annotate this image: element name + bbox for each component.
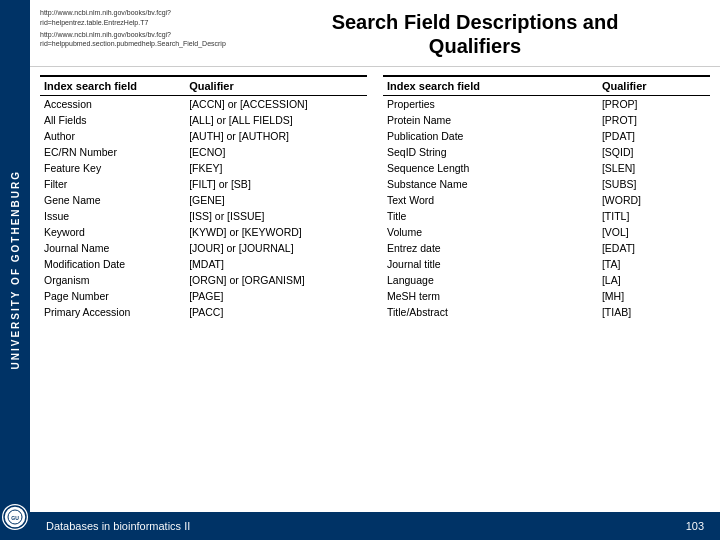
link-1[interactable]: http://www.ncbi.nlm.nih.gov/books/bv.fcg…	[40, 8, 240, 28]
table-row: Journal Name[JOUR] or [JOURNAL]	[40, 240, 367, 256]
qualifier-cell: [ALL] or [ALL FIELDS]	[185, 112, 367, 128]
table-row: Journal title[TA]	[383, 256, 710, 272]
link-2[interactable]: http://www.ncbi.nlm.nih.gov/books/bv.fcg…	[40, 30, 240, 50]
table-row: MeSH term[MH]	[383, 288, 710, 304]
qualifier-cell: [SQID]	[598, 144, 710, 160]
field-cell: EC/RN Number	[40, 144, 185, 160]
table-row: Title/Abstract[TIAB]	[383, 304, 710, 322]
table-row: Substance Name[SUBS]	[383, 176, 710, 192]
qualifier-cell: [JOUR] or [JOURNAL]	[185, 240, 367, 256]
table-row: Publication Date[PDAT]	[383, 128, 710, 144]
field-cell: Organism	[40, 272, 185, 288]
field-cell: Title	[383, 208, 598, 224]
page-title: Search Field Descriptions and Qualifiers	[240, 6, 710, 62]
field-cell: Journal Name	[40, 240, 185, 256]
header-links: http://www.ncbi.nlm.nih.gov/books/bv.fcg…	[40, 6, 240, 62]
qualifier-cell: [PACC]	[185, 304, 367, 322]
field-cell: Accession	[40, 96, 185, 113]
field-cell: Gene Name	[40, 192, 185, 208]
qualifier-cell: [GENE]	[185, 192, 367, 208]
field-cell: Author	[40, 128, 185, 144]
table-row: Language[LA]	[383, 272, 710, 288]
field-cell: Publication Date	[383, 128, 598, 144]
left-col2-header: Qualifier	[185, 76, 367, 96]
tables-container: Index search field Qualifier Accession[A…	[30, 75, 720, 322]
table-row: Filter[FILT] or [SB]	[40, 176, 367, 192]
table-row: Author[AUTH] or [AUTHOR]	[40, 128, 367, 144]
footer-page-number: 103	[686, 520, 704, 532]
table-row: Accession[ACCN] or [ACCESSION]	[40, 96, 367, 113]
title-line-2: Qualifiers	[240, 34, 710, 58]
qualifier-cell: [KYWD] or [KEYWORD]	[185, 224, 367, 240]
table-row: EC/RN Number[ECNO]	[40, 144, 367, 160]
qualifier-cell: [FKEY]	[185, 160, 367, 176]
qualifier-cell: [SLEN]	[598, 160, 710, 176]
field-cell: Page Number	[40, 288, 185, 304]
field-cell: SeqID String	[383, 144, 598, 160]
table-row: Modification Date[MDAT]	[40, 256, 367, 272]
table-row: Title[TITL]	[383, 208, 710, 224]
field-cell: MeSH term	[383, 288, 598, 304]
field-cell: Primary Accession	[40, 304, 185, 322]
field-cell: Protein Name	[383, 112, 598, 128]
qualifier-cell: [TIAB]	[598, 304, 710, 322]
field-cell: Modification Date	[40, 256, 185, 272]
table-row: SeqID String[SQID]	[383, 144, 710, 160]
right-col2-header: Qualifier	[598, 76, 710, 96]
table-row: Volume[VOL]	[383, 224, 710, 240]
table-row: Issue[ISS] or [ISSUE]	[40, 208, 367, 224]
qualifier-cell: [SUBS]	[598, 176, 710, 192]
qualifier-cell: [AUTH] or [AUTHOR]	[185, 128, 367, 144]
field-cell: Journal title	[383, 256, 598, 272]
svg-text:GU: GU	[11, 515, 19, 521]
main-content: http://www.ncbi.nlm.nih.gov/books/bv.fcg…	[30, 0, 720, 540]
right-table-section: Index search field Qualifier Properties[…	[383, 75, 710, 322]
footer: Databases in bioinformatics II 103	[30, 512, 720, 540]
table-row: Sequence Length[SLEN]	[383, 160, 710, 176]
qualifier-cell: [ISS] or [ISSUE]	[185, 208, 367, 224]
table-row: Properties[PROP]	[383, 96, 710, 113]
field-cell: Text Word	[383, 192, 598, 208]
field-cell: Substance Name	[383, 176, 598, 192]
left-col1-header: Index search field	[40, 76, 185, 96]
qualifier-cell: [EDAT]	[598, 240, 710, 256]
field-cell: Sequence Length	[383, 160, 598, 176]
field-cell: Issue	[40, 208, 185, 224]
qualifier-cell: [MDAT]	[185, 256, 367, 272]
qualifier-cell: [MH]	[598, 288, 710, 304]
header: http://www.ncbi.nlm.nih.gov/books/bv.fcg…	[30, 0, 720, 67]
left-table-section: Index search field Qualifier Accession[A…	[40, 75, 367, 322]
sidebar: UNIVERSITY OF GOTHENBURG GU	[0, 0, 30, 540]
qualifier-cell: [VOL]	[598, 224, 710, 240]
field-cell: All Fields	[40, 112, 185, 128]
table-row: Page Number[PAGE]	[40, 288, 367, 304]
qualifier-cell: [ACCN] or [ACCESSION]	[185, 96, 367, 113]
title-line-1: Search Field Descriptions and	[240, 10, 710, 34]
field-cell: Entrez date	[383, 240, 598, 256]
university-name: UNIVERSITY OF GOTHENBURG	[10, 170, 21, 370]
table-row: Keyword[KYWD] or [KEYWORD]	[40, 224, 367, 240]
qualifier-cell: [PROP]	[598, 96, 710, 113]
university-logo: GU	[2, 504, 28, 530]
table-row: Text Word[WORD]	[383, 192, 710, 208]
field-cell: Properties	[383, 96, 598, 113]
qualifier-cell: [PROT]	[598, 112, 710, 128]
qualifier-cell: [PDAT]	[598, 128, 710, 144]
table-row: Organism[ORGN] or [ORGANISM]	[40, 272, 367, 288]
qualifier-cell: [TITL]	[598, 208, 710, 224]
table-row: All Fields[ALL] or [ALL FIELDS]	[40, 112, 367, 128]
qualifier-cell: [TA]	[598, 256, 710, 272]
table-row: Entrez date[EDAT]	[383, 240, 710, 256]
table-row: Feature Key[FKEY]	[40, 160, 367, 176]
table-row: Primary Accession[PACC]	[40, 304, 367, 322]
field-cell: Keyword	[40, 224, 185, 240]
field-cell: Volume	[383, 224, 598, 240]
qualifier-cell: [ECNO]	[185, 144, 367, 160]
field-cell: Filter	[40, 176, 185, 192]
qualifier-cell: [PAGE]	[185, 288, 367, 304]
qualifier-cell: [WORD]	[598, 192, 710, 208]
table-row: Protein Name[PROT]	[383, 112, 710, 128]
field-cell: Title/Abstract	[383, 304, 598, 322]
field-cell: Language	[383, 272, 598, 288]
field-cell: Feature Key	[40, 160, 185, 176]
